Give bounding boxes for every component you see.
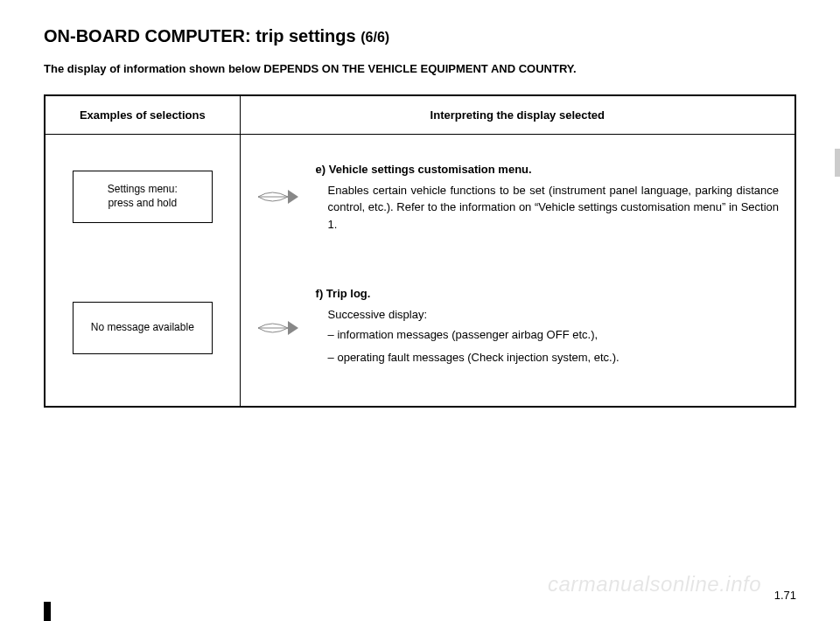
settings-table: Examples of selections Interpreting the …	[44, 94, 796, 408]
item-list: information messages (passenger airbag O…	[316, 326, 620, 366]
interpretation-text: e) Vehicle settings customisation menu. …	[316, 161, 779, 233]
interpretation-text: f) Trip log. Successive display: informa…	[316, 285, 620, 371]
table-row: Settings menu:press and hold e) Vehicle …	[45, 135, 795, 260]
depends-note: The display of information shown below D…	[44, 62, 796, 75]
bottom-tick	[44, 602, 51, 621]
display-settings-menu: Settings menu:press and hold	[73, 171, 213, 223]
arrow-icon	[256, 186, 300, 207]
watermark: carmanualsonline.info	[548, 572, 761, 597]
page-number: 1.71	[774, 589, 796, 602]
header-interpreting: Interpreting the display selected	[240, 95, 795, 135]
list-item: operating fault messages (Check injectio…	[328, 349, 620, 366]
page-title: ON-BOARD COMPUTER: trip settings (6/6)	[44, 26, 796, 46]
display-no-message: No message available	[73, 302, 213, 354]
item-lead: f) Trip log.	[316, 285, 620, 303]
item-lead: e) Vehicle settings customisation menu.	[316, 161, 779, 178]
item-body: Enables certain vehicle functions to be …	[316, 182, 779, 234]
arrow-icon	[256, 317, 300, 338]
list-item: information messages (passenger airbag O…	[328, 326, 620, 344]
item-sub: Successive display:	[316, 306, 620, 324]
table-row: No message available f) Trip log.	[45, 259, 795, 407]
header-examples: Examples of selections	[45, 95, 240, 135]
title-sub: (6/6)	[360, 30, 389, 45]
title-main: ON-BOARD COMPUTER: trip settings	[44, 26, 360, 45]
side-tab	[835, 149, 840, 177]
